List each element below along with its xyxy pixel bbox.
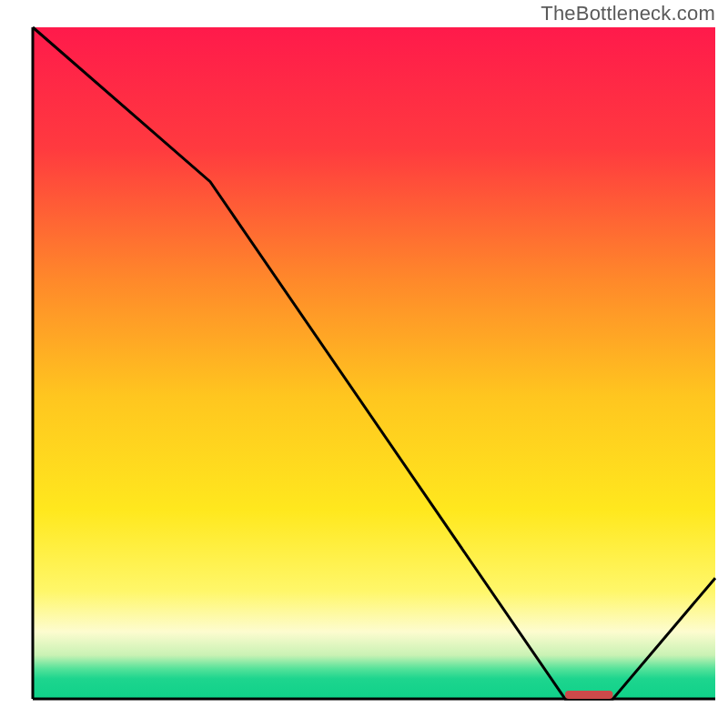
bottleneck-chart: TheBottleneck.com [0,0,728,728]
optimal-range-marker [565,691,613,699]
chart-svg [0,0,728,728]
plot-area [33,27,715,699]
gradient-background [33,27,715,699]
